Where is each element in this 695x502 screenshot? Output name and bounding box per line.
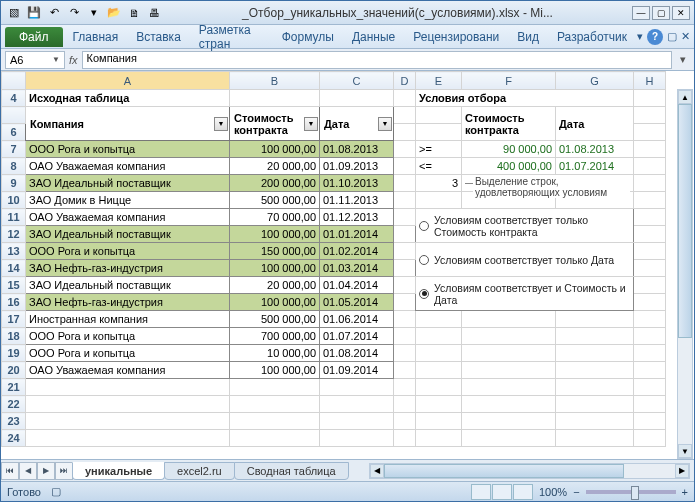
cell[interactable] bbox=[556, 362, 634, 379]
cell[interactable] bbox=[634, 90, 666, 107]
cell[interactable] bbox=[634, 413, 666, 430]
cell[interactable] bbox=[634, 158, 666, 175]
horizontal-scrollbar[interactable]: ◀ ▶ bbox=[369, 463, 690, 479]
col-header-C[interactable]: C bbox=[320, 72, 394, 90]
cell-company[interactable]: Иностранная компания bbox=[26, 311, 230, 328]
cell[interactable] bbox=[462, 379, 556, 396]
row-header[interactable]: 21 bbox=[2, 379, 26, 396]
cell-cost[interactable]: 100 000,00 bbox=[230, 294, 320, 311]
cell[interactable] bbox=[462, 328, 556, 345]
cell[interactable] bbox=[634, 124, 666, 141]
cell[interactable] bbox=[634, 175, 666, 192]
cell[interactable] bbox=[634, 430, 666, 447]
cell-company[interactable]: ЗАО Нефть-газ-индустрия bbox=[26, 260, 230, 277]
view-layout-icon[interactable] bbox=[492, 484, 512, 500]
file-tab[interactable]: Файл bbox=[5, 27, 63, 47]
row-header[interactable]: 14 bbox=[2, 260, 26, 277]
cell[interactable] bbox=[556, 379, 634, 396]
cell[interactable] bbox=[416, 328, 462, 345]
cell[interactable] bbox=[394, 175, 416, 192]
cell[interactable] bbox=[462, 362, 556, 379]
name-box[interactable]: A6 ▼ bbox=[5, 51, 65, 69]
row-header[interactable]: 23 bbox=[2, 413, 26, 430]
tab-review[interactable]: Рецензировани bbox=[405, 27, 507, 47]
cell[interactable] bbox=[416, 311, 462, 328]
row-header[interactable]: 15 bbox=[2, 277, 26, 294]
scroll-down-icon[interactable]: ▼ bbox=[678, 444, 692, 458]
cell[interactable] bbox=[416, 396, 462, 413]
zoom-out-icon[interactable]: − bbox=[573, 486, 579, 498]
tab-insert[interactable]: Вставка bbox=[128, 27, 189, 47]
namebox-dropdown-icon[interactable]: ▼ bbox=[52, 55, 60, 64]
minimize-button[interactable]: — bbox=[632, 6, 650, 20]
cell-company[interactable]: ЗАО Идеальный поставщик bbox=[26, 175, 230, 192]
fx-icon[interactable]: fx bbox=[69, 54, 78, 66]
cell-date[interactable]: 01.08.2014 bbox=[320, 345, 394, 362]
cell[interactable] bbox=[320, 430, 394, 447]
cell[interactable] bbox=[416, 345, 462, 362]
col-header-G[interactable]: G bbox=[556, 72, 634, 90]
cell-date[interactable]: 01.01.2014 bbox=[320, 226, 394, 243]
cell[interactable] bbox=[394, 158, 416, 175]
cell-date[interactable]: 01.06.2014 bbox=[320, 311, 394, 328]
sheet-tab-2[interactable]: Сводная таблица bbox=[234, 462, 349, 480]
row-header[interactable]: 17 bbox=[2, 311, 26, 328]
print-preview-icon[interactable]: 🗎 bbox=[125, 4, 143, 22]
cond-title[interactable]: Условия отбора bbox=[416, 90, 634, 107]
cell[interactable] bbox=[462, 311, 556, 328]
cell-date[interactable]: 01.12.2013 bbox=[320, 209, 394, 226]
row-header[interactable]: 22 bbox=[2, 396, 26, 413]
cell[interactable] bbox=[26, 430, 230, 447]
zoom-slider[interactable] bbox=[586, 490, 676, 494]
cell[interactable] bbox=[26, 413, 230, 430]
col-header-F[interactable]: F bbox=[462, 72, 556, 90]
radio-icon[interactable] bbox=[419, 221, 429, 231]
undo-icon[interactable]: ↶ bbox=[45, 4, 63, 22]
cell-date[interactable]: 01.02.2014 bbox=[320, 243, 394, 260]
tab-home[interactable]: Главная bbox=[65, 27, 127, 47]
cell[interactable] bbox=[634, 260, 666, 277]
cond-cost[interactable]: 90 000,00 bbox=[462, 141, 556, 158]
cell-company[interactable]: ЗАО Нефть-газ-индустрия bbox=[26, 294, 230, 311]
cell[interactable] bbox=[394, 209, 416, 226]
cond-date[interactable]: 01.07.2014 bbox=[556, 158, 634, 175]
help-icon[interactable]: ? bbox=[647, 29, 663, 45]
cell-date[interactable]: 01.07.2014 bbox=[320, 328, 394, 345]
cond-op[interactable]: >= bbox=[416, 141, 462, 158]
cell[interactable] bbox=[634, 107, 666, 124]
header-cost[interactable]: Стоимость контракта▼ bbox=[230, 107, 320, 141]
formula-input[interactable]: Компания bbox=[82, 51, 672, 69]
cell[interactable] bbox=[416, 192, 462, 209]
cell-cost[interactable]: 100 000,00 bbox=[230, 226, 320, 243]
cell-company[interactable]: ООО Рога и копытца bbox=[26, 345, 230, 362]
cell[interactable] bbox=[556, 345, 634, 362]
filter-icon[interactable]: ▼ bbox=[378, 117, 392, 131]
cell[interactable] bbox=[416, 413, 462, 430]
vscroll-thumb[interactable] bbox=[678, 104, 692, 338]
cell[interactable] bbox=[556, 396, 634, 413]
cell-date[interactable]: 01.09.2013 bbox=[320, 158, 394, 175]
sheet-tab-1[interactable]: excel2.ru bbox=[164, 462, 235, 480]
formula-expand-icon[interactable]: ▾ bbox=[676, 53, 690, 66]
select-all-corner[interactable] bbox=[2, 72, 26, 90]
macro-record-icon[interactable]: ▢ bbox=[51, 485, 61, 498]
cell[interactable] bbox=[320, 90, 394, 107]
cell[interactable] bbox=[230, 413, 320, 430]
spinner-value[interactable]: 3 bbox=[416, 175, 462, 192]
cell-date[interactable]: 01.08.2013 bbox=[320, 141, 394, 158]
cell[interactable] bbox=[230, 379, 320, 396]
cell[interactable] bbox=[634, 294, 666, 311]
row-header[interactable]: 9 bbox=[2, 175, 26, 192]
cond-op[interactable]: <= bbox=[416, 158, 462, 175]
cell-cost[interactable]: 700 000,00 bbox=[230, 328, 320, 345]
cell[interactable] bbox=[416, 430, 462, 447]
sheet-nav-prev-icon[interactable]: ◀ bbox=[19, 462, 37, 480]
cell[interactable] bbox=[394, 396, 416, 413]
row-header[interactable]: 8 bbox=[2, 158, 26, 175]
cell-cost[interactable]: 500 000,00 bbox=[230, 192, 320, 209]
row-header[interactable]: 12 bbox=[2, 226, 26, 243]
header-date[interactable]: Дата▼ bbox=[320, 107, 394, 141]
cell[interactable] bbox=[634, 379, 666, 396]
cell[interactable] bbox=[634, 243, 666, 260]
cond-cost[interactable]: 400 000,00 bbox=[462, 158, 556, 175]
